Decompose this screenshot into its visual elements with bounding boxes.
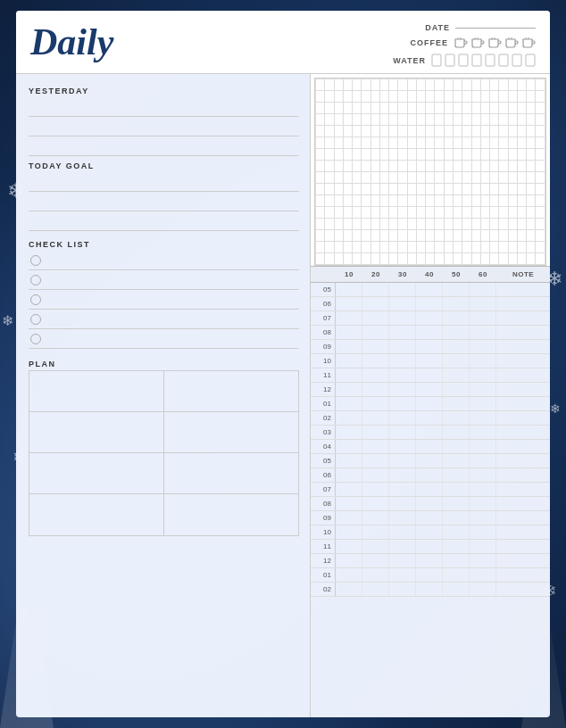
schedule-minute-cell[interactable] [389,525,416,539]
schedule-note-cell[interactable] [496,354,550,368]
schedule-minute-cell[interactable] [389,297,416,310]
schedule-minute-cell[interactable] [336,311,362,325]
schedule-minute-cell[interactable] [389,283,416,296]
schedule-minute-cell[interactable] [416,297,443,310]
schedule-minute-cell[interactable] [389,326,416,339]
schedule-minute-cell[interactable] [470,326,496,339]
schedule-minute-cell[interactable] [336,525,362,539]
schedule-row[interactable]: 11 [311,540,550,554]
plan-cell-8[interactable] [164,494,299,535]
check-item-3[interactable] [29,290,299,310]
schedule-minute-cell[interactable] [470,311,496,325]
schedule-row[interactable]: 01 [311,568,550,583]
schedule-minute-cell[interactable] [336,554,362,567]
schedule-row[interactable]: 06 [311,297,550,311]
schedule-minute-cell[interactable] [336,497,362,510]
schedule-row[interactable]: 12 [311,383,550,397]
schedule-minute-cell[interactable] [416,283,443,296]
schedule-note-cell[interactable] [496,511,550,525]
schedule-minute-cell[interactable] [336,397,362,410]
schedule-minute-cell[interactable] [470,583,496,596]
schedule-minute-cell[interactable] [336,297,362,310]
yesterday-line-1[interactable] [29,97,299,117]
schedule-note-cell[interactable] [496,568,550,582]
schedule-minute-cell[interactable] [470,354,496,368]
schedule-row[interactable]: 02 [311,583,550,597]
schedule-minute-cell[interactable] [443,297,470,310]
check-item-2[interactable] [29,270,299,290]
schedule-minute-cell[interactable] [362,511,389,525]
schedule-minute-cell[interactable] [362,497,389,510]
schedule-row[interactable]: 07 [311,311,550,326]
schedule-note-cell[interactable] [496,311,550,325]
schedule-minute-cell[interactable] [416,411,443,425]
schedule-minute-cell[interactable] [336,354,362,368]
today-goal-line-3[interactable] [29,211,299,231]
schedule-minute-cell[interactable] [362,483,389,496]
schedule-row[interactable]: 10 [311,354,550,368]
schedule-minute-cell[interactable] [443,368,470,382]
schedule-minute-cell[interactable] [443,411,470,425]
schedule-row[interactable]: 08 [311,326,550,340]
schedule-minute-cell[interactable] [389,511,416,525]
today-goal-line-1[interactable] [29,172,299,192]
schedule-minute-cell[interactable] [389,411,416,425]
schedule-minute-cell[interactable] [336,368,362,382]
schedule-minute-cell[interactable] [443,540,470,553]
schedule-minute-cell[interactable] [336,454,362,467]
schedule-minute-cell[interactable] [389,368,416,382]
schedule-minute-cell[interactable] [389,383,416,396]
schedule-minute-cell[interactable] [362,326,389,339]
schedule-note-cell[interactable] [496,525,550,539]
schedule-minute-cell[interactable] [336,340,362,353]
schedule-minute-cell[interactable] [389,354,416,368]
schedule-minute-cell[interactable] [362,411,389,425]
schedule-note-cell[interactable] [496,297,550,310]
schedule-row[interactable]: 05 [311,283,550,297]
check-circle-4[interactable] [30,314,41,325]
schedule-minute-cell[interactable] [470,397,496,410]
schedule-row[interactable]: 10 [311,525,550,540]
schedule-minute-cell[interactable] [416,540,443,553]
schedule-minute-cell[interactable] [470,426,496,439]
schedule-minute-cell[interactable] [362,426,389,439]
schedule-minute-cell[interactable] [362,297,389,310]
schedule-minute-cell[interactable] [336,583,362,596]
schedule-minute-cell[interactable] [416,354,443,368]
schedule-minute-cell[interactable] [443,283,470,296]
schedule-minute-cell[interactable] [443,454,470,467]
schedule-minute-cell[interactable] [416,568,443,582]
schedule-minute-cell[interactable] [389,311,416,325]
schedule-minute-cell[interactable] [362,368,389,382]
schedule-minute-cell[interactable] [416,426,443,439]
schedule-minute-cell[interactable] [362,554,389,567]
schedule-minute-cell[interactable] [443,554,470,567]
plan-cell-3[interactable] [29,412,164,453]
plan-cell-1[interactable] [29,371,164,412]
schedule-minute-cell[interactable] [443,525,470,539]
schedule-minute-cell[interactable] [416,383,443,396]
schedule-minute-cell[interactable] [362,354,389,368]
schedule-minute-cell[interactable] [470,454,496,467]
schedule-minute-cell[interactable] [362,525,389,539]
schedule-minute-cell[interactable] [389,583,416,596]
schedule-minute-cell[interactable] [389,540,416,553]
schedule-minute-cell[interactable] [416,468,443,482]
schedule-minute-cell[interactable] [336,411,362,425]
schedule-minute-cell[interactable] [443,511,470,525]
schedule-minute-cell[interactable] [389,568,416,582]
schedule-row[interactable]: 09 [311,340,550,354]
schedule-note-cell[interactable] [496,583,550,596]
schedule-row[interactable]: 02 [311,411,550,426]
schedule-minute-cell[interactable] [389,340,416,353]
check-circle-2[interactable] [30,275,41,285]
schedule-minute-cell[interactable] [362,468,389,482]
schedule-minute-cell[interactable] [470,440,496,453]
schedule-minute-cell[interactable] [416,454,443,467]
schedule-minute-cell[interactable] [362,440,389,453]
yesterday-line-3[interactable] [29,136,299,156]
schedule-minute-cell[interactable] [362,383,389,396]
schedule-minute-cell[interactable] [389,454,416,467]
schedule-minute-cell[interactable] [416,340,443,353]
schedule-minute-cell[interactable] [443,440,470,453]
